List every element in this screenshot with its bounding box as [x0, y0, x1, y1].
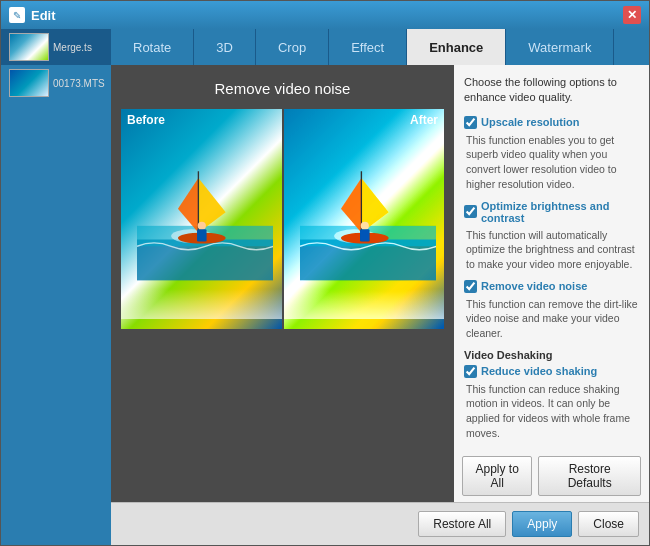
after-image: [284, 109, 445, 329]
tab-bar: Rotate 3D Crop Effect Enhance Watermark: [111, 29, 649, 65]
restore-all-button[interactable]: Restore All: [418, 511, 506, 537]
option-brightness: Optimize brightness and contrast This fu…: [464, 200, 639, 272]
sidebar-item-merge[interactable]: Merge.ts: [1, 29, 111, 65]
sidebar: Merge.ts 00173.MTS: [1, 29, 111, 545]
brightness-checkbox-row: Optimize brightness and contrast: [464, 200, 639, 224]
sidebar-thumb-merge: [9, 33, 49, 61]
after-frame: After: [284, 109, 445, 329]
preview-panel: Remove video noise Before: [111, 65, 454, 502]
app-icon: ✎: [9, 7, 25, 23]
sidebar-filename-mts: 00173.MTS: [53, 78, 105, 89]
close-button[interactable]: Close: [578, 511, 639, 537]
tab-watermark[interactable]: Watermark: [506, 29, 614, 65]
tab-crop[interactable]: Crop: [256, 29, 329, 65]
upscale-checkbox-row: Upscale resolution: [464, 116, 639, 129]
windsurfer-svg-after: [300, 142, 436, 296]
before-after-container: Before: [121, 109, 444, 329]
noise-checkbox-row: Remove video noise: [464, 280, 639, 293]
noise-desc: This function can remove the dirt-like v…: [464, 297, 639, 341]
close-window-button[interactable]: ✕: [623, 6, 641, 24]
options-wrapper: Choose the following options to enhance …: [454, 65, 649, 502]
deshaking-header: Video Deshaking: [464, 349, 639, 361]
title-bar: ✎ Edit ✕: [1, 1, 649, 29]
apply-to-all-button[interactable]: Apply to All: [462, 456, 532, 496]
editor-area: Remove video noise Before: [111, 65, 649, 502]
svg-marker-4: [178, 178, 198, 233]
brightness-desc: This function will automatically optimiz…: [464, 228, 639, 272]
window-title: Edit: [31, 8, 56, 23]
apply-button[interactable]: Apply: [512, 511, 572, 537]
top-action-bar: Apply to All Restore Defaults: [454, 450, 649, 502]
tab-3d[interactable]: 3D: [194, 29, 256, 65]
tab-rotate[interactable]: Rotate: [111, 29, 194, 65]
svg-point-7: [198, 222, 206, 230]
windsurfer-svg-before: [137, 142, 273, 296]
upscale-checkbox[interactable]: [464, 116, 477, 129]
before-frame: Before: [121, 109, 282, 329]
footer-bar: Restore All Apply Close: [111, 502, 649, 545]
tab-effect[interactable]: Effect: [329, 29, 407, 65]
before-image: [121, 109, 282, 329]
after-label: After: [410, 113, 438, 127]
svg-marker-13: [340, 178, 360, 233]
shaking-checkbox[interactable]: [464, 365, 477, 378]
restore-defaults-button[interactable]: Restore Defaults: [538, 456, 641, 496]
svg-rect-8: [197, 229, 207, 241]
shaking-label[interactable]: Reduce video shaking: [481, 365, 597, 377]
option-upscale: Upscale resolution This function enables…: [464, 116, 639, 192]
shaking-checkbox-row: Reduce video shaking: [464, 365, 639, 378]
options-intro: Choose the following options to enhance …: [464, 75, 639, 106]
svg-point-16: [360, 222, 368, 230]
preview-title: Remove video noise: [215, 80, 351, 97]
tab-enhance[interactable]: Enhance: [407, 29, 506, 65]
brightness-checkbox[interactable]: [464, 205, 477, 218]
noise-label[interactable]: Remove video noise: [481, 280, 587, 292]
brightness-label[interactable]: Optimize brightness and contrast: [481, 200, 639, 224]
sidebar-filename-merge: Merge.ts: [53, 42, 92, 53]
edit-window: ✎ Edit ✕ Merge.ts 00173.MTS Rotate: [0, 0, 650, 546]
shaking-desc: This function can reduce shaking motion …: [464, 382, 639, 441]
title-bar-left: ✎ Edit: [9, 7, 56, 23]
svg-rect-17: [360, 229, 370, 241]
options-panel: Choose the following options to enhance …: [454, 65, 649, 450]
sidebar-item-mts[interactable]: 00173.MTS: [1, 65, 111, 101]
noise-checkbox[interactable]: [464, 280, 477, 293]
option-noise: Remove video noise This function can rem…: [464, 280, 639, 341]
upscale-desc: This function enables you to get superb …: [464, 133, 639, 192]
sidebar-thumb-mts: [9, 69, 49, 97]
option-deshaking: Video Deshaking Reduce video shaking Thi…: [464, 349, 639, 450]
content-area: Merge.ts 00173.MTS Rotate 3D Crop: [1, 29, 649, 545]
upscale-label[interactable]: Upscale resolution: [481, 116, 579, 128]
main-content: Rotate 3D Crop Effect Enhance Watermark: [111, 29, 649, 545]
before-label: Before: [127, 113, 165, 127]
